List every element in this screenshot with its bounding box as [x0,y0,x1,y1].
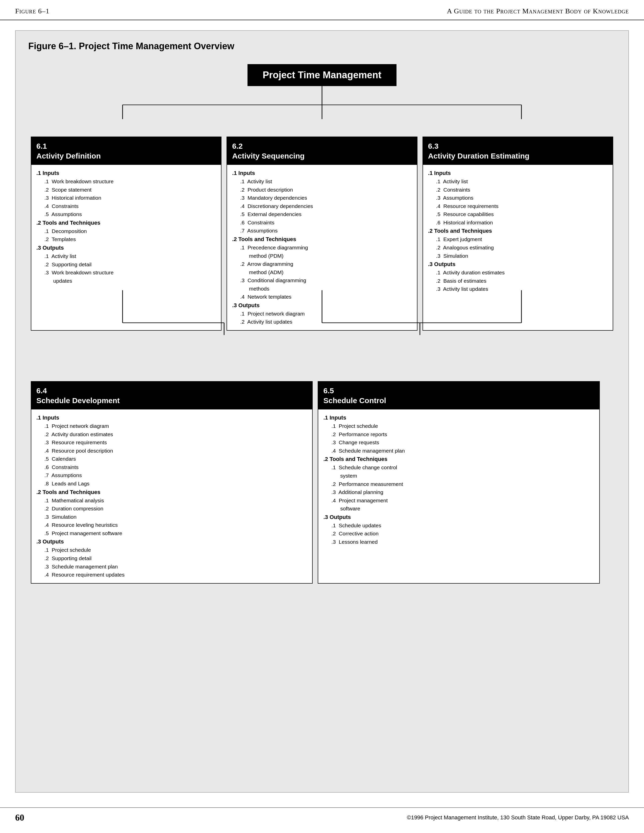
s65-output-2: .2 Corrective action [323,529,594,538]
figure-title-bold: Figure 6–1. [28,41,76,51]
section-64: 6.4 Schedule Development .1 Inputs .1 Pr… [31,381,313,584]
s64-tool-1: .1 Mathematical analysis [36,497,307,505]
s64-tool-3: .3 Simulation [36,513,307,521]
section-61-header: 6.1 Activity Definition [31,137,221,165]
figure-title-rest: Project Time Management Overview [76,41,234,51]
section-65-number: 6.5 [323,386,594,396]
s65-tool-1b: system [323,472,594,480]
section-63-number: 6.3 [428,141,608,151]
two-boxes-row: 6.4 Schedule Development .1 Inputs .1 Pr… [28,381,616,584]
s63-tool-2: .2 Analogous estimating [428,244,608,252]
section-64-header: 6.4 Schedule Development [31,382,312,409]
top-box-label: Project Time Management [262,70,382,80]
s65-tool-2: .2 Performance measurement [323,480,594,489]
s61-output-2: .2 Supporting detail [36,261,216,269]
s65-tool-4: .4 Project management [323,497,594,505]
s62-input-6: .6 Constraints [232,219,412,227]
section-62-header: 6.2 Activity Sequencing [227,137,417,165]
s61-output-1: .1 Activity list [36,252,216,261]
s64-input-4: .4 Resource pool description [36,447,307,455]
s62-input-5: .5 External dependencies [232,210,412,219]
s62-output-2: .2 Activity list updates [232,318,412,326]
s65-tools-label: .2 Tools and Techniques [323,455,594,463]
section-64-body: .1 Inputs .1 Project network diagram .2 … [31,409,312,583]
s65-output-1: .1 Schedule updates [323,521,594,530]
s65-outputs-label: .3 Outputs [323,513,594,521]
header-left: Figure 6–1 [15,7,50,15]
section-61-body: .1 Inputs .1 Work breakdown structure .2… [31,165,221,289]
s62-tool-3: .3 Conditional diagramming [232,277,412,285]
section-64-number: 6.4 [36,386,307,396]
s63-input-5: .5 Resource capabilities [428,210,608,219]
section-62-body: .1 Inputs .1 Activity list .2 Product de… [227,165,417,330]
s61-tools-label: .2 Tools and Techniques [36,219,216,227]
page-footer: 60 ©1996 Project Management Institute, 1… [0,807,644,823]
s62-tool-4: .4 Network templates [232,293,412,301]
s65-output-3: .3 Lessons learned [323,538,594,546]
s61-outputs-label: .3 Outputs [36,244,216,252]
s63-input-3: .3 Assumptions [428,194,608,202]
s64-input-3: .3 Resource requirements [36,439,307,447]
s63-output-1: .1 Activity duration estimates [428,269,608,277]
s62-tool-1b: method (PDM) [232,252,412,260]
s64-output-1: .1 Project schedule [36,546,307,554]
figure-title: Figure 6–1. Project Time Management Over… [28,41,616,51]
s61-input-4: .4 Constraints [36,202,216,211]
s62-tool-1: .1 Precedence diagramming [232,244,412,252]
top-connector-space [28,86,616,137]
s64-input-7: .7 Assumptions [36,471,307,479]
section-62: 6.2 Activity Sequencing .1 Inputs .1 Act… [227,137,417,331]
s61-output-3: .3 Work breakdown structure [36,269,216,277]
s61-inputs-label: .1 Inputs [36,169,216,177]
footer-copyright: ©1996 Project Management Institute, 130 … [407,814,629,821]
s64-tool-2: .2 Duration compression [36,505,307,513]
section-65-title: Schedule Control [323,396,594,405]
page-header: Figure 6–1 A Guide to the Project Manage… [0,0,644,20]
section-61-title: Activity Definition [36,151,216,161]
s64-outputs-label: .3 Outputs [36,537,307,546]
three-boxes-row: 6.1 Activity Definition .1 Inputs .1 Wor… [28,137,616,331]
s63-output-3: .3 Activity list updates [428,285,608,293]
s62-inputs-label: .1 Inputs [232,169,412,177]
s62-input-7: .7 Assumptions [232,227,412,235]
section-61: 6.1 Activity Definition .1 Inputs .1 Wor… [31,137,222,331]
s65-inputs-label: .1 Inputs [323,413,594,422]
s62-input-4: .4 Discretionary dependencies [232,202,412,211]
section-64-title: Schedule Development [36,396,307,405]
s64-input-1: .1 Project network diagram [36,422,307,430]
section-61-number: 6.1 [36,141,216,151]
s63-input-1: .1 Activity list [428,177,608,186]
s62-input-2: .2 Product description [232,186,412,194]
s61-output-3b: updates [36,277,216,285]
s65-tool-1: .1 Schedule change control [323,463,594,472]
s61-input-2: .2 Scope statement [36,186,216,194]
s65-input-3: .3 Change requests [323,439,594,447]
s64-tools-label: .2 Tools and Techniques [36,488,307,497]
top-box-container: Project Time Management [28,64,616,86]
s63-tool-1: .1 Expert judgment [428,235,608,244]
s64-input-5: .5 Calendars [36,455,307,463]
s61-input-3: .3 Historical information [36,194,216,202]
section-63-title: Activity Duration Estimating [428,151,608,161]
s65-input-4: .4 Schedule management plan [323,447,594,455]
s65-tool-3: .3 Additional planning [323,488,594,497]
s64-output-3: .3 Schedule management plan [36,563,307,571]
s64-inputs-label: .1 Inputs [36,413,307,422]
s61-input-5: .5 Assumptions [36,210,216,219]
section-63-header: 6.3 Activity Duration Estimating [423,137,613,165]
section-63-body: .1 Inputs .1 Activity list .2 Constraint… [423,165,613,298]
s62-tool-3b: methods [232,285,412,293]
s64-input-2: .2 Activity duration estimates [36,430,307,439]
s61-input-1: .1 Work breakdown structure [36,177,216,186]
s62-tool-2b: method (ADM) [232,269,412,277]
s65-input-2: .2 Performance reports [323,430,594,439]
section-65-body: .1 Inputs .1 Project schedule .2 Perform… [318,409,599,550]
header-right: A Guide to the Project Management Body o… [447,7,629,15]
s61-tool-1: .1 Decomposition [36,227,216,235]
s62-tools-label: .2 Tools and Techniques [232,235,412,244]
s65-input-1: .1 Project schedule [323,422,594,430]
s63-outputs-label: .3 Outputs [428,260,608,269]
s63-input-4: .4 Resource requirements [428,202,608,211]
s63-output-2: .2 Basis of estimates [428,277,608,285]
s63-input-2: .2 Constraints [428,186,608,194]
